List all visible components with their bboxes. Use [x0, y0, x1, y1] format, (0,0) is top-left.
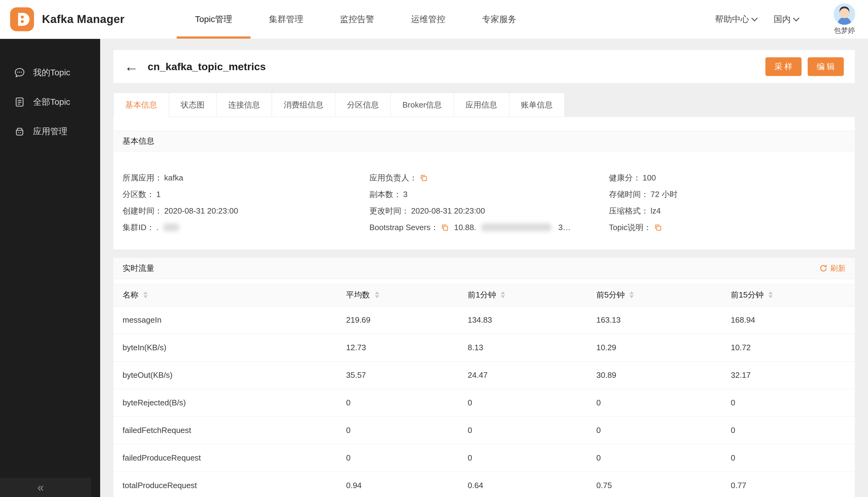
refresh-label: 刷新: [830, 263, 845, 273]
nav-item-2[interactable]: 监控告警: [322, 0, 393, 39]
chat-icon: [14, 67, 25, 78]
table-row: messageIn219.69134.83163.13168.94: [113, 307, 855, 334]
field-value: 3: [403, 190, 407, 199]
field-label: 分区数：: [122, 189, 154, 200]
column-header-1[interactable]: 平均数: [346, 289, 468, 300]
metric-value: 0: [468, 426, 596, 435]
edit-button[interactable]: 编 辑: [808, 57, 844, 76]
user-menu[interactable]: 包梦婷: [834, 3, 855, 35]
sort-carets-icon[interactable]: [630, 292, 634, 298]
metric-value: 0: [731, 398, 855, 408]
column-header-4[interactable]: 前15分钟: [731, 289, 855, 300]
field-label: Topic说明：: [609, 222, 651, 233]
tab-1[interactable]: 状态图: [169, 93, 217, 117]
nav-item-0[interactable]: Topic管理: [177, 0, 250, 39]
topic-header-card: ← cn_kafka_topic_metrics 采 样 编 辑: [113, 50, 855, 83]
metric-name: byteOut(KB/s): [122, 370, 346, 380]
copy-icon[interactable]: [441, 223, 449, 232]
metric-value: 0.77: [731, 481, 855, 490]
nav-item-3[interactable]: 运维管控: [393, 0, 464, 39]
field-value: 1: [156, 190, 160, 199]
copy-icon[interactable]: [420, 174, 428, 182]
info-field: 存储时间：72 小时: [609, 186, 855, 202]
column-label: 前5分钟: [596, 289, 624, 300]
brand-title: Kafka Manager: [42, 13, 125, 26]
sidebar-item-label: 应用管理: [33, 126, 67, 137]
tab-0[interactable]: 基本信息: [113, 93, 169, 117]
metric-value: 0: [346, 398, 468, 408]
table-row: byteIn(KB/s)12.738.1310.2910.72: [113, 334, 855, 361]
metric-value: 219.69: [346, 315, 468, 325]
avatar[interactable]: [834, 3, 855, 25]
info-field: 健康分：100: [609, 169, 855, 186]
tab-7[interactable]: 账单信息: [509, 93, 565, 117]
chevron-down-icon: [751, 15, 758, 21]
sort-carets-icon[interactable]: [768, 292, 773, 298]
sidebar-item-0[interactable]: 我的Topic: [0, 58, 100, 87]
table-row: byteOut(KB/s)35.5724.4730.8932.17: [113, 361, 855, 389]
nav-items: Topic管理集群管理监控告警运维管控专家服务: [177, 0, 535, 39]
tab-2[interactable]: 连接信息: [216, 93, 272, 117]
copy-icon[interactable]: [654, 223, 662, 232]
metric-value: 24.47: [468, 370, 596, 380]
metric-value: 32.17: [731, 370, 855, 380]
metric-name: failedFetchRequest: [122, 426, 346, 435]
sample-button[interactable]: 采 样: [765, 57, 801, 76]
column-label: 平均数: [346, 289, 370, 300]
basic-info-fields: 所属应用：kafka应用负责人：健康分：100分区数：1副本数：3存储时间：72…: [113, 151, 855, 250]
column-header-0[interactable]: 名称: [122, 289, 346, 300]
app-logo-icon[interactable]: [10, 8, 34, 31]
metric-name: failedProduceRequest: [122, 453, 346, 463]
field-label: 健康分：: [609, 172, 641, 183]
column-header-3[interactable]: 前5分钟: [596, 289, 731, 300]
metric-value: 0: [596, 398, 731, 408]
field-value: 100: [642, 173, 656, 183]
table-row: totalProduceRequest0.940.640.750.77: [113, 472, 855, 497]
app-icon: [14, 126, 25, 137]
sidebar-item-label: 我的Topic: [33, 67, 70, 79]
sort-carets-icon[interactable]: [375, 292, 379, 298]
region-label: 国内: [774, 13, 791, 25]
realtime-section-header: 实时流量 刷新: [113, 258, 855, 279]
tab-3[interactable]: 消费组信息: [272, 93, 335, 117]
tab-5[interactable]: Broker信息: [391, 93, 454, 117]
sidebar-item-2[interactable]: 应用管理: [0, 117, 100, 146]
basic-info-section-header: 基本信息: [113, 131, 855, 151]
field-value: 72 小时: [651, 189, 678, 200]
metric-value: 0.94: [346, 481, 468, 490]
nav-item-4[interactable]: 专家服务: [464, 0, 535, 39]
field-value: 2020-08-31 20:23:00: [164, 206, 238, 216]
field-label: Bootstrap Severs：: [370, 222, 438, 233]
refresh-button[interactable]: 刷新: [819, 263, 845, 273]
sidebar-collapse-button[interactable]: «: [0, 478, 91, 497]
sidebar-item-1[interactable]: 全部Topic: [0, 87, 100, 117]
tab-6[interactable]: 应用信息: [453, 93, 509, 117]
help-center-link[interactable]: 帮助中心: [715, 13, 757, 25]
sort-carets-icon[interactable]: [501, 292, 505, 298]
metric-value: 0: [596, 426, 731, 435]
field-label: 副本数：: [370, 189, 401, 200]
metric-value: 0: [596, 453, 731, 463]
redacted-value: [163, 223, 179, 231]
info-field: 集群ID：.: [122, 219, 370, 236]
nav-item-1[interactable]: 集群管理: [250, 0, 322, 39]
chevron-down-icon: [793, 15, 799, 21]
metric-value: 163.13: [596, 315, 731, 325]
sort-carets-icon[interactable]: [143, 292, 148, 298]
table-row: failedFetchRequest0000: [113, 417, 855, 444]
info-field: 所属应用：kafka: [122, 169, 370, 186]
info-field: Bootstrap Severs：10.88.3…: [370, 219, 609, 236]
collapse-icon: «: [38, 482, 44, 493]
page-title: cn_kafka_topic_metrics: [148, 61, 266, 73]
region-select[interactable]: 国内: [774, 13, 798, 25]
top-navbar: Kafka Manager Topic管理集群管理监控告警运维管控专家服务 帮助…: [0, 0, 868, 39]
doc-icon: [14, 97, 25, 108]
metric-value: 30.89: [596, 370, 731, 380]
back-button[interactable]: ←: [124, 59, 139, 73]
redacted-value: [481, 223, 552, 231]
metric-name: messageIn: [122, 315, 346, 325]
column-header-2[interactable]: 前1分钟: [468, 289, 596, 300]
metric-value: 8.13: [468, 343, 596, 352]
username: 包梦婷: [834, 26, 855, 35]
tab-4[interactable]: 分区信息: [335, 93, 391, 117]
